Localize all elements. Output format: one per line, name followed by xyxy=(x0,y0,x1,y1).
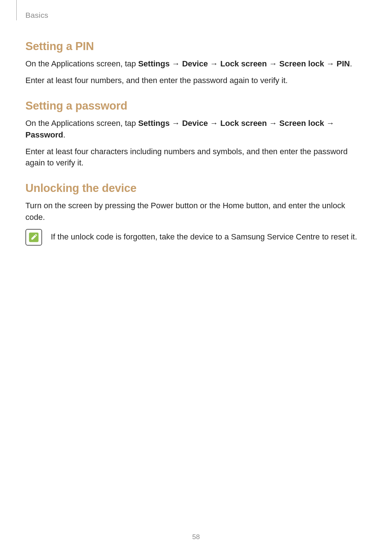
text: On the Applications screen, tap xyxy=(25,119,138,128)
note-icon xyxy=(25,229,42,246)
note-callout: If the unlock code is forgotten, take th… xyxy=(25,228,367,246)
path-screen-lock: Screen lock xyxy=(279,59,324,68)
breadcrumb: Basics xyxy=(25,11,48,19)
section-unlocking-device: Unlocking the device Turn on the screen … xyxy=(25,182,367,246)
page-header: Basics xyxy=(25,11,367,22)
heading-setting-password: Setting a password xyxy=(25,99,367,112)
arrow-icon: → xyxy=(172,119,180,128)
text: . xyxy=(350,59,352,68)
pin-instruction-detail: Enter at least four numbers, and then en… xyxy=(25,75,367,86)
heading-setting-pin: Setting a PIN xyxy=(25,40,367,53)
text: . xyxy=(63,130,65,139)
section-setting-password: Setting a password On the Applications s… xyxy=(25,99,367,169)
arrow-icon: → xyxy=(210,59,218,68)
heading-unlocking-device: Unlocking the device xyxy=(25,182,367,195)
path-settings: Settings xyxy=(138,59,170,68)
pin-instruction-path: On the Applications screen, tap Settings… xyxy=(25,58,367,70)
arrow-icon: → xyxy=(326,59,334,68)
pencil-note-icon xyxy=(28,232,39,243)
unlock-instruction: Turn on the screen by pressing the Power… xyxy=(25,200,367,223)
arrow-icon: → xyxy=(269,59,277,68)
manual-page: Basics Setting a PIN On the Applications… xyxy=(0,0,392,554)
path-settings: Settings xyxy=(138,119,170,128)
path-lock-screen: Lock screen xyxy=(220,59,267,68)
path-device: Device xyxy=(182,59,208,68)
arrow-icon: → xyxy=(326,119,334,128)
path-lock-screen: Lock screen xyxy=(220,119,267,128)
path-password: Password xyxy=(25,130,63,139)
note-text: If the unlock code is forgotten, take th… xyxy=(51,228,357,243)
path-screen-lock: Screen lock xyxy=(279,119,324,128)
text: On the Applications screen, tap xyxy=(25,59,138,68)
section-setting-pin: Setting a PIN On the Applications screen… xyxy=(25,40,367,86)
password-instruction-path: On the Applications screen, tap Settings… xyxy=(25,118,367,141)
arrow-icon: → xyxy=(210,119,218,128)
header-rule xyxy=(16,0,17,20)
page-number: 58 xyxy=(0,533,392,541)
password-instruction-detail: Enter at least four characters including… xyxy=(25,146,367,169)
path-device: Device xyxy=(182,119,208,128)
arrow-icon: → xyxy=(172,59,180,68)
path-pin: PIN xyxy=(336,59,350,68)
arrow-icon: → xyxy=(269,119,277,128)
